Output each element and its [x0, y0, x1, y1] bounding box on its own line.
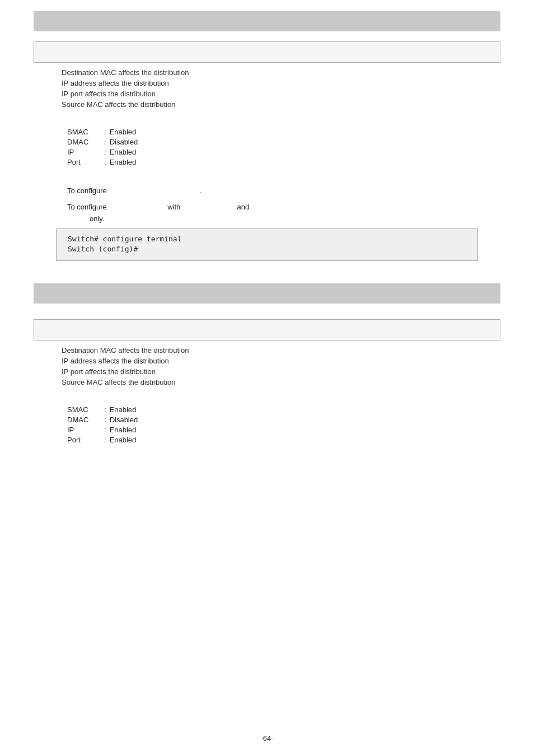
status-val: Enabled	[110, 158, 137, 166]
list-item: IP address affects the distribution	[62, 79, 500, 87]
status-val: Enabled	[110, 128, 137, 136]
status-key: SMAC	[67, 405, 101, 414]
configure-sub: only.	[90, 214, 500, 223]
status-colon: :	[104, 436, 106, 444]
status-val: Enabled	[110, 426, 137, 434]
status-row-dmac2: DMAC : Disabled	[67, 416, 500, 424]
status-key: IP	[67, 426, 101, 434]
status-row-smac: SMAC : Enabled	[67, 128, 500, 136]
status-key: DMAC	[67, 138, 101, 146]
page-number: -64-	[260, 734, 273, 743]
page: Destination MAC affects the distribution…	[0, 0, 534, 756]
list-item: IP port affects the distribution	[62, 90, 500, 98]
configure-line-2: To configure with and	[67, 203, 500, 211]
status-row-ip2: IP : Enabled	[67, 426, 500, 434]
status-block-1: SMAC : Enabled DMAC : Disabled IP : Enab…	[67, 128, 500, 166]
status-block-2: SMAC : Enabled DMAC : Disabled IP : Enab…	[67, 405, 500, 444]
list-item: IP address affects the distribution	[62, 357, 500, 365]
status-val: Enabled	[110, 148, 137, 156]
list-item: Destination MAC affects the distribution	[62, 68, 500, 77]
info-box-1	[34, 41, 500, 63]
status-row-ip: IP : Enabled	[67, 148, 500, 156]
status-colon: :	[104, 138, 106, 146]
status-val: Disabled	[110, 416, 138, 424]
status-key: Port	[67, 436, 101, 444]
status-colon: :	[104, 416, 106, 424]
status-val: Enabled	[110, 405, 137, 414]
list-1: Destination MAC affects the distribution…	[62, 68, 500, 109]
status-key: Port	[67, 158, 101, 166]
section-header-1	[34, 11, 500, 31]
status-key: IP	[67, 148, 101, 156]
status-colon: :	[104, 426, 106, 434]
status-colon: :	[104, 128, 106, 136]
status-colon: :	[104, 148, 106, 156]
configure-line-1: To configure .	[67, 186, 500, 195]
list-item: Source MAC affects the distribution	[62, 100, 500, 109]
status-colon: :	[104, 405, 106, 414]
code-line: Switch (config)#	[68, 245, 466, 253]
list-item: Source MAC affects the distribution	[62, 378, 500, 386]
status-row-port2: Port : Enabled	[67, 436, 500, 444]
code-box-1: Switch# configure terminal Switch (confi…	[56, 228, 478, 261]
status-key: SMAC	[67, 128, 101, 136]
list-2: Destination MAC affects the distribution…	[62, 346, 500, 386]
list-item: IP port affects the distribution	[62, 367, 500, 376]
status-row-smac2: SMAC : Enabled	[67, 405, 500, 414]
status-row-port: Port : Enabled	[67, 158, 500, 166]
code-line: Switch# configure terminal	[68, 235, 466, 243]
info-box-2	[34, 319, 500, 340]
status-row-dmac: DMAC : Disabled	[67, 138, 500, 146]
status-val: Disabled	[110, 138, 138, 146]
list-item: Destination MAC affects the distribution	[62, 346, 500, 354]
status-val: Enabled	[110, 436, 137, 444]
status-colon: :	[104, 158, 106, 166]
status-key: DMAC	[67, 416, 101, 424]
section-header-2	[34, 283, 500, 304]
